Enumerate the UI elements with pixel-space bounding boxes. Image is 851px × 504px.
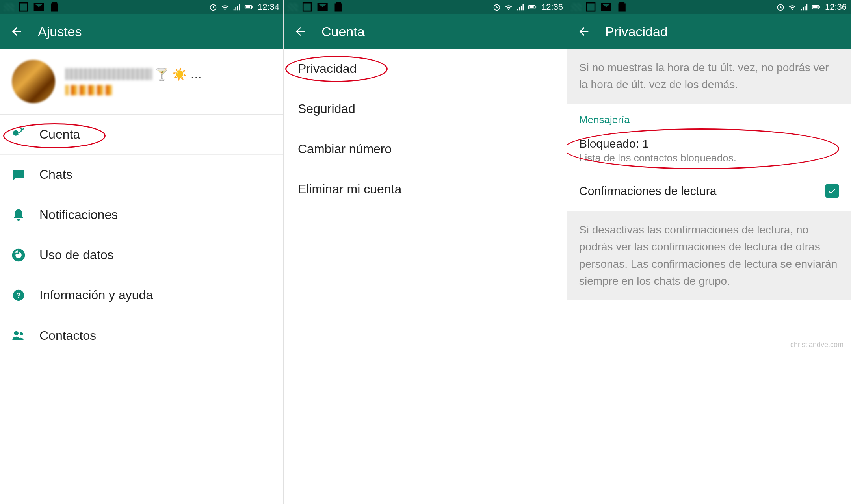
mail-icon xyxy=(33,1,45,13)
alarm-icon xyxy=(492,3,501,11)
svg-rect-14 xyxy=(813,6,818,8)
avatar xyxy=(12,60,55,103)
svg-point-7 xyxy=(20,332,23,336)
battery-icon xyxy=(244,3,253,11)
screen-ajustes: 12:34 Ajustes 🍸 ☀️ … Cuenta Chats xyxy=(0,0,284,504)
row-eliminar-cuenta[interactable]: Eliminar mi cuenta xyxy=(284,169,567,209)
status-bar: 12:34 xyxy=(0,0,283,14)
data-usage-icon xyxy=(12,248,25,262)
status-time: 12:34 xyxy=(258,2,279,12)
row-label: Información y ayuda xyxy=(39,288,153,302)
app-bar: Privacidad xyxy=(567,14,851,49)
back-button[interactable] xyxy=(293,24,307,39)
row-confirmaciones-lectura[interactable]: Confirmaciones de lectura xyxy=(567,173,851,211)
row-notificaciones[interactable]: Notificaciones xyxy=(0,195,283,235)
help-icon: ? xyxy=(12,289,25,302)
battery-icon xyxy=(528,3,537,11)
wifi-icon xyxy=(221,3,229,11)
chat-icon xyxy=(12,168,25,182)
appbar-title: Privacidad xyxy=(605,24,668,39)
clipboard-icon xyxy=(616,1,628,13)
wifi-icon xyxy=(504,3,513,11)
signal-icon xyxy=(232,3,241,11)
back-arrow-icon xyxy=(10,25,23,38)
appbar-title: Cuenta xyxy=(321,24,365,39)
row-bloqueado[interactable]: Bloqueado: 1 Lista de los contactos bloq… xyxy=(567,130,851,173)
carrier-blur xyxy=(571,3,582,11)
back-arrow-icon xyxy=(294,25,307,38)
svg-rect-11 xyxy=(535,6,536,8)
info-read-receipts: Si desactivas las confirmaciones de lect… xyxy=(567,211,851,300)
screenshot-icon xyxy=(301,1,313,13)
battery-icon xyxy=(812,3,820,11)
svg-rect-2 xyxy=(246,6,250,8)
read-receipts-label: Confirmaciones de lectura xyxy=(579,184,717,198)
section-mensajeria: Mensajería xyxy=(567,104,851,130)
signal-icon xyxy=(800,3,808,11)
row-label: Cuenta xyxy=(39,127,80,142)
appbar-title: Ajustes xyxy=(38,24,82,39)
row-label: Notificaciones xyxy=(39,208,118,222)
status-bar: 12:36 xyxy=(567,0,851,14)
clipboard-icon xyxy=(48,1,61,13)
back-arrow-icon xyxy=(577,25,591,38)
status-time: 12:36 xyxy=(541,2,563,12)
svg-text:?: ? xyxy=(16,291,21,300)
signal-icon xyxy=(516,3,525,11)
status-time: 12:36 xyxy=(825,2,847,12)
alarm-icon xyxy=(776,3,785,11)
blocked-title: Bloqueado: 1 xyxy=(579,137,839,150)
screenshot-icon xyxy=(585,1,597,13)
row-chats[interactable]: Chats xyxy=(0,155,283,195)
row-label: Uso de datos xyxy=(39,248,114,262)
row-label: Eliminar mi cuenta xyxy=(298,182,401,196)
row-label: Cambiar número xyxy=(298,142,392,156)
back-button[interactable] xyxy=(577,24,591,39)
profile-name-blur xyxy=(65,68,152,80)
row-label: Seguridad xyxy=(298,102,355,116)
svg-rect-15 xyxy=(819,6,820,8)
row-label: Contactos xyxy=(39,328,96,343)
profile-emojis: 🍸 ☀️ … xyxy=(154,67,202,81)
bell-icon xyxy=(12,208,25,222)
watermark: christiandve.com xyxy=(790,341,844,349)
read-receipts-checkbox[interactable] xyxy=(825,184,839,198)
svg-point-6 xyxy=(14,331,19,335)
row-cuenta[interactable]: Cuenta xyxy=(0,115,283,155)
check-icon xyxy=(827,186,837,196)
row-cambiar-numero[interactable]: Cambiar número xyxy=(284,129,567,169)
row-label: Privacidad xyxy=(298,61,357,76)
row-uso-de-datos[interactable]: Uso de datos xyxy=(0,235,283,275)
carrier-blur xyxy=(4,3,14,11)
mail-icon xyxy=(600,1,612,13)
app-bar: Ajustes xyxy=(0,14,283,49)
screen-cuenta: 12:36 Cuenta Privacidad Seguridad Cambia… xyxy=(284,0,567,504)
row-informacion-ayuda[interactable]: ? Información y ayuda xyxy=(0,275,283,315)
profile-header[interactable]: 🍸 ☀️ … xyxy=(0,49,283,115)
screen-privacidad: 12:36 Privacidad Si no muestras la hora … xyxy=(567,0,851,504)
blocked-subtitle: Lista de los contactos bloqueados. xyxy=(579,152,839,164)
settings-list: Cuenta Chats Notificaciones Uso de datos… xyxy=(0,115,283,356)
key-icon xyxy=(12,128,25,141)
svg-rect-3 xyxy=(252,6,253,8)
row-privacidad[interactable]: Privacidad xyxy=(284,49,567,89)
info-last-seen: Si no muestras la hora de tu últ. vez, n… xyxy=(567,49,851,104)
app-bar: Cuenta xyxy=(284,14,567,49)
svg-rect-10 xyxy=(530,6,534,8)
account-list: Privacidad Seguridad Cambiar número Elim… xyxy=(284,49,567,209)
wifi-icon xyxy=(788,3,797,11)
mail-icon xyxy=(316,1,329,13)
row-seguridad[interactable]: Seguridad xyxy=(284,89,567,129)
back-button[interactable] xyxy=(9,24,24,39)
clipboard-icon xyxy=(332,1,344,13)
people-icon xyxy=(12,329,25,342)
screenshot-icon xyxy=(17,1,30,13)
row-contactos[interactable]: Contactos xyxy=(0,315,283,356)
row-label: Chats xyxy=(39,167,72,182)
status-bar: 12:36 xyxy=(284,0,567,14)
alarm-icon xyxy=(209,3,217,11)
carrier-blur xyxy=(288,3,298,11)
profile-status-blur xyxy=(65,85,113,95)
